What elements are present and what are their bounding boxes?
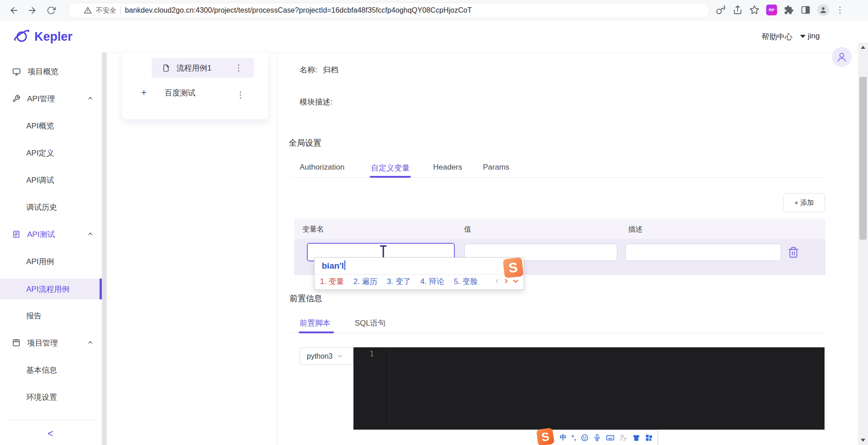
api-manage-icon bbox=[12, 95, 20, 103]
table-header-row bbox=[294, 218, 825, 239]
sidebar-item-api-debug[interactable]: API调试 bbox=[0, 170, 102, 190]
api-test-icon bbox=[12, 230, 20, 238]
global-settings-title: 全局设置 bbox=[289, 137, 321, 148]
sidebar-item-api-overview[interactable]: API概览 bbox=[0, 116, 102, 136]
sidebar-item-api-test[interactable]: API测试 bbox=[0, 224, 102, 244]
chevron-down-icon[interactable] bbox=[512, 278, 519, 284]
sidebar-item-label: 基本信息 bbox=[26, 365, 57, 375]
sidebar-item-label: API调试 bbox=[26, 175, 54, 185]
back-button[interactable] bbox=[8, 5, 20, 16]
scroll-down-icon[interactable] bbox=[861, 439, 865, 442]
ime-composition: bian'l bbox=[322, 260, 345, 271]
sidebar-item-env-settings[interactable]: 环境设置 bbox=[0, 387, 102, 407]
case-tree-panel: 流程用例1 ⋮ + 百度测试 ⋮ bbox=[122, 52, 268, 119]
sogou-toolbar-logo-icon[interactable]: S bbox=[536, 428, 555, 445]
sidebar-item-label: API测试 bbox=[27, 229, 55, 240]
chevron-right-icon[interactable] bbox=[503, 278, 509, 284]
split-view-icon[interactable] bbox=[801, 5, 811, 15]
url-text: bankdev.cloud2go.cn:4300/project/test/pr… bbox=[125, 6, 472, 14]
browser-menu-icon[interactable]: ⋮ bbox=[836, 6, 844, 14]
sidebar-item-project-overview[interactable]: 项目概览 bbox=[0, 62, 102, 81]
help-center-link[interactable]: 帮助中心 bbox=[762, 32, 792, 42]
sidebar-item-api-case[interactable]: API用例 bbox=[0, 251, 102, 271]
emoji-icon[interactable] bbox=[581, 434, 589, 442]
back-icon bbox=[9, 5, 19, 15]
name-value: 归档 bbox=[323, 66, 338, 74]
more-menu-icon[interactable]: ⋮ bbox=[236, 90, 245, 99]
language-select[interactable]: python3 bbox=[300, 347, 353, 365]
sidebar-item-label: API流程用例 bbox=[26, 284, 69, 294]
sidebar-item-project-manage[interactable]: 项目管理 bbox=[0, 333, 102, 353]
chevron-up-icon[interactable] bbox=[87, 231, 94, 237]
ime-candidate-2[interactable]: 2. 遍历 bbox=[353, 276, 377, 287]
sidebar-item-api-manage[interactable]: API管理 bbox=[0, 89, 102, 109]
tree-item-baidu-test[interactable]: + 百度测试 bbox=[141, 88, 196, 98]
scrollbar-thumb[interactable] bbox=[859, 77, 867, 240]
tab-authorization[interactable]: Authorization bbox=[300, 163, 344, 172]
add-variable-button[interactable]: + 添加 bbox=[783, 193, 825, 212]
puzzle-icon[interactable] bbox=[784, 5, 794, 15]
mic-icon[interactable] bbox=[593, 434, 601, 441]
sidebar-item-label: 报告 bbox=[26, 311, 42, 321]
sidebar-item-label: API管理 bbox=[27, 94, 55, 104]
chevron-left-icon[interactable] bbox=[494, 278, 500, 284]
toolbox-grid-icon[interactable] bbox=[645, 434, 653, 442]
code-editor[interactable]: 1 bbox=[353, 347, 825, 430]
scroll-up-icon[interactable] bbox=[861, 46, 865, 49]
active-pre-tab-underline bbox=[299, 331, 334, 333]
star-icon[interactable] bbox=[749, 5, 759, 15]
sidebar-item-label: API定义 bbox=[26, 148, 54, 158]
sogou-logo-icon: S bbox=[503, 257, 524, 278]
tab-pre-script[interactable]: 前置脚本 bbox=[300, 318, 330, 328]
tab-custom-variables[interactable]: 自定义变量 bbox=[371, 163, 410, 173]
forward-button[interactable] bbox=[26, 5, 38, 16]
user-dropdown[interactable]: jing bbox=[800, 32, 820, 41]
col-description: 描述 bbox=[628, 225, 643, 234]
sidebar-item-api-define[interactable]: API定义 bbox=[0, 143, 102, 163]
ime-candidate-5[interactable]: 5. 变脸 bbox=[454, 276, 478, 287]
ime-candidate-1[interactable]: 1. 变量 bbox=[320, 276, 344, 287]
sidebar-item-basic-info[interactable]: 基本信息 bbox=[0, 360, 102, 380]
share-icon[interactable] bbox=[733, 5, 743, 15]
sidebar-item-report[interactable]: 报告 bbox=[0, 306, 102, 326]
keyboard-icon[interactable] bbox=[606, 433, 615, 442]
expand-plus-icon[interactable]: + bbox=[141, 88, 147, 98]
key-icon[interactable] bbox=[716, 5, 726, 15]
sidebar-collapse-button[interactable]: < bbox=[43, 426, 58, 441]
rp-extension-icon[interactable]: RP bbox=[766, 5, 777, 15]
refresh-button[interactable] bbox=[45, 5, 57, 16]
user-avatar[interactable] bbox=[832, 47, 852, 67]
logo-text: Kepler bbox=[34, 30, 72, 44]
more-menu-icon[interactable]: ⋮ bbox=[234, 63, 243, 72]
tab-sql[interactable]: SQL语句 bbox=[355, 318, 386, 328]
kepler-logo[interactable]: Kepler bbox=[13, 28, 72, 46]
ime-candidate-3[interactable]: 3. 变了 bbox=[387, 276, 411, 287]
sidebar-item-api-process-case[interactable]: API流程用例 bbox=[0, 279, 102, 299]
ime-popup: bian'l 1. 变量 2. 遍历 3. 变了 4. 辩论 5. 变脸 S bbox=[314, 257, 524, 290]
sidebar-item-label: API概览 bbox=[26, 121, 54, 131]
sidebar-nav: 项目概览 API管理 API概览 API定义 API调试 调试历史 API测试 … bbox=[0, 52, 102, 445]
trash-icon[interactable] bbox=[787, 246, 799, 259]
case-name-row: 名称: 归档 bbox=[300, 65, 338, 75]
browser-toolbar: 不安全 bankdev.cloud2go.cn:4300/project/tes… bbox=[0, 0, 868, 21]
skin-icon[interactable] bbox=[632, 434, 640, 442]
description-input[interactable] bbox=[625, 244, 781, 261]
ime-mode-toggle[interactable]: 中 bbox=[560, 433, 567, 442]
ime-candidate-4[interactable]: 4. 辩论 bbox=[420, 276, 444, 287]
sidebar-item-label: 项目管理 bbox=[27, 338, 58, 348]
security-warning[interactable]: 不安全 bbox=[96, 6, 116, 15]
tab-params[interactable]: Params bbox=[483, 163, 510, 172]
file-icon bbox=[162, 64, 170, 72]
sidebar-item-debug-history[interactable]: 调试历史 bbox=[0, 197, 102, 217]
url-bar[interactable]: 不安全 bankdev.cloud2go.cn:4300/project/tes… bbox=[68, 3, 710, 18]
chevron-up-icon[interactable] bbox=[87, 339, 94, 346]
chevron-up-icon[interactable] bbox=[87, 95, 94, 102]
sidebar-item-label: 调试历史 bbox=[26, 202, 57, 213]
tab-headers[interactable]: Headers bbox=[433, 163, 462, 172]
translate-icon[interactable] bbox=[619, 434, 627, 442]
ime-punct-toggle[interactable]: °, bbox=[571, 434, 576, 441]
browser-profile-button[interactable] bbox=[817, 4, 829, 16]
ime-caret bbox=[344, 260, 345, 270]
ime-toolbar-icons: 中 °, bbox=[558, 430, 655, 445]
warning-icon bbox=[84, 6, 92, 14]
